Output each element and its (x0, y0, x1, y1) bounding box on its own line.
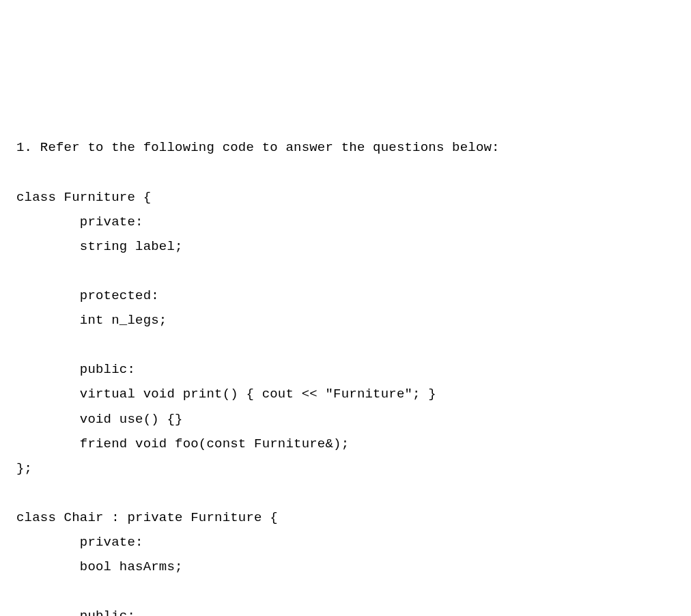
code-line: bool hasArms; (16, 559, 183, 574)
code-line: virtual void print() { cout << "Furnitur… (16, 387, 436, 402)
code-line: private: (16, 214, 143, 229)
code-line: public: (16, 608, 135, 616)
code-line: class Furniture { (16, 190, 151, 205)
code-line: protected: (16, 288, 159, 303)
code-line: friend void foo(const Furniture&); (16, 436, 349, 451)
question-prompt: 1. Refer to the following code to answer… (16, 140, 500, 155)
code-line: string label; (16, 239, 183, 254)
code-line: public: (16, 362, 135, 377)
code-line: class Chair : private Furniture { (16, 510, 278, 525)
code-line: private: (16, 535, 143, 550)
code-line: }; (16, 461, 32, 476)
code-line: int n_legs; (16, 313, 167, 328)
question-block: 1. Refer to the following code to answer… (16, 111, 691, 616)
code-line: void use() {} (16, 412, 183, 427)
